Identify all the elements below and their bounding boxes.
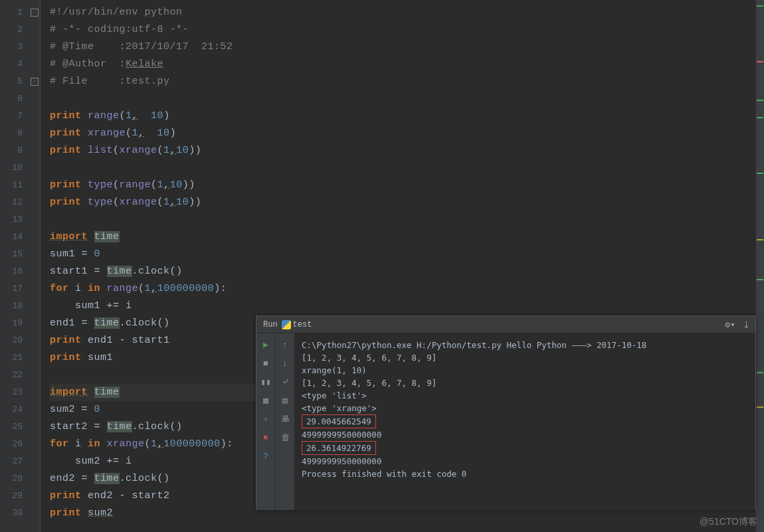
- marker-ok[interactable]: [757, 5, 763, 7]
- up-icon[interactable]: ↑: [278, 337, 292, 352]
- console-output[interactable]: C:\Python27\python.exe H:/Python/test.py…: [295, 333, 755, 510]
- scroll-end-icon[interactable]: ▤: [278, 393, 292, 408]
- fold-column[interactable]: ––: [29, 0, 41, 532]
- python-icon: [282, 320, 291, 329]
- marker-ok[interactable]: [757, 117, 763, 118]
- run-header: Run test ⚙︎▾ ⤓: [256, 316, 755, 333]
- print-icon[interactable]: 🖶︎: [278, 412, 292, 426]
- marker-ok[interactable]: [757, 173, 763, 174]
- soft-wrap-icon[interactable]: ⤶: [278, 375, 292, 389]
- run-toolbar-left: ▶ ■ ▮▮ ▦ ✧ ✖ ?: [256, 333, 276, 510]
- dump-threads-button[interactable]: ▦: [258, 393, 273, 408]
- line-number-gutter: 1234567891011121314151617181920212223242…: [0, 0, 29, 532]
- pause-button: ▮▮: [258, 375, 273, 389]
- error-stripe[interactable]: [756, 0, 764, 532]
- pin-button[interactable]: ✧: [258, 412, 273, 426]
- marker-warn[interactable]: [757, 239, 763, 240]
- run-tool-window[interactable]: Run test ⚙︎▾ ⤓ ▶ ■ ▮▮ ▦ ✧ ✖ ? ↑ ↓ ⤶ ▤ 🖶︎…: [256, 315, 756, 510]
- run-toolbar-output: ↑ ↓ ⤶ ▤ 🖶︎ 🗑︎: [276, 333, 295, 510]
- marker-ok[interactable]: [757, 100, 763, 101]
- close-button[interactable]: ✖: [258, 430, 273, 445]
- watermark: @51CTO博客: [700, 516, 757, 528]
- run-label: Run: [263, 320, 278, 329]
- marker-ok[interactable]: [757, 279, 763, 280]
- marker-warn[interactable]: [757, 406, 763, 408]
- help-button[interactable]: ?: [258, 449, 273, 464]
- download-icon[interactable]: ⤓: [741, 319, 751, 330]
- down-icon[interactable]: ↓: [278, 356, 292, 371]
- rerun-button[interactable]: ▶: [258, 337, 273, 352]
- stop-button: ■: [258, 356, 273, 371]
- run-script-name: test: [293, 320, 312, 329]
- gear-icon[interactable]: ⚙︎▾: [725, 319, 735, 330]
- clear-icon[interactable]: 🗑︎: [278, 430, 292, 445]
- marker-ok[interactable]: [757, 372, 763, 373]
- marker-error[interactable]: [757, 61, 763, 62]
